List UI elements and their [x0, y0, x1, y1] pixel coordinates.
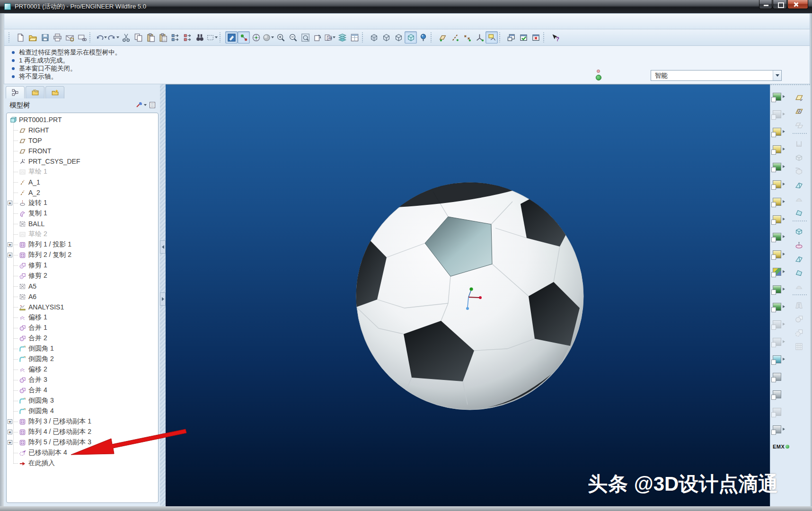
activate-window-button[interactable]	[517, 31, 530, 44]
print-button[interactable]	[51, 31, 63, 44]
feature-tool-button[interactable]	[793, 220, 807, 223]
emx-bushing-icon[interactable]	[773, 126, 789, 137]
new-window-button[interactable]	[505, 31, 517, 44]
tree-item[interactable]: 复制 1	[7, 208, 158, 219]
menu-item[interactable]	[60, 19, 71, 24]
toolbar-button[interactable]	[499, 32, 503, 43]
cut-button[interactable]	[120, 31, 132, 44]
redo-button[interactable]	[107, 31, 120, 44]
panel-splitter[interactable]	[160, 84, 166, 506]
emx-bom-icon[interactable]	[773, 371, 789, 382]
revolve-surface-tool[interactable]	[793, 239, 805, 251]
selection-filter-dropdown[interactable]: 智能	[651, 70, 782, 81]
blend-surface-tool[interactable]	[793, 267, 805, 278]
emx-cylinder-icon[interactable]	[773, 248, 789, 260]
extrude-tool[interactable]	[793, 138, 805, 150]
tab-favorites[interactable]	[45, 86, 64, 98]
tree-item[interactable]: A_1	[7, 177, 158, 187]
sweep-tool[interactable]	[793, 166, 805, 177]
emx-pocket-icon[interactable]	[773, 301, 789, 312]
datum-plane-display-toggle[interactable]	[436, 31, 449, 44]
tree-item[interactable]: A5	[7, 281, 158, 291]
repaint-button[interactable]	[225, 31, 238, 44]
expand-plus-icon[interactable]	[8, 440, 12, 445]
tree-item[interactable]: RIGHT	[7, 125, 158, 135]
tree-item[interactable]: PRT0001.PRT	[7, 115, 158, 125]
saved-views-button[interactable]	[324, 31, 336, 44]
toolbar-button[interactable]	[431, 32, 435, 43]
emx-plate-icon[interactable]	[773, 161, 789, 172]
no-hidden-button[interactable]	[392, 31, 405, 44]
emx-fitting-icon[interactable]	[773, 231, 789, 242]
tree-item[interactable]: ANALYSIS1	[7, 302, 158, 312]
dropdown-arrow-icon[interactable]	[116, 36, 119, 38]
new-file-button[interactable]	[14, 31, 26, 44]
tree-item[interactable]: 合并 4	[7, 385, 158, 396]
orient-mode-button[interactable]	[250, 31, 262, 44]
merge-tool[interactable]	[793, 313, 805, 325]
save-button[interactable]	[39, 31, 51, 44]
emx-ejector-pin-icon[interactable]	[773, 196, 789, 207]
feature-tool-button[interactable]	[793, 294, 807, 297]
tab-model-tree[interactable]	[6, 86, 25, 98]
3d-viewport[interactable]	[166, 84, 770, 506]
flyout-arrow-icon[interactable]	[783, 113, 785, 115]
reorient-button[interactable]	[311, 31, 324, 44]
tree-item[interactable]: 阵列 2 / 复制 2	[7, 250, 158, 260]
toolbar-button[interactable]	[9, 32, 13, 43]
toolbar-button[interactable]	[543, 32, 547, 43]
tree-item[interactable]: 已移动副本 4	[7, 448, 158, 458]
enhanced-realism-button[interactable]	[417, 31, 429, 44]
close-window-button[interactable]	[530, 31, 542, 44]
tab-folder-browser[interactable]	[26, 86, 44, 98]
toolbar-button[interactable]	[220, 32, 224, 43]
tree-item[interactable]: 阵列 3 / 已移动副本 1	[7, 416, 158, 427]
tree-item[interactable]: 旋转 1	[7, 198, 158, 208]
mirror-tool[interactable]	[793, 300, 805, 311]
view-manager-button[interactable]	[348, 31, 361, 44]
emx-logo-icon[interactable]: EMX	[773, 441, 789, 452]
splitter-collapse-right-button[interactable]	[160, 292, 166, 306]
flyout-arrow-icon[interactable]	[783, 253, 785, 256]
menu-item[interactable]	[71, 19, 81, 24]
emx-mold-base-icon[interactable]	[773, 108, 789, 120]
tree-columns-button[interactable]	[147, 100, 158, 110]
tree-item[interactable]: 在此插入	[7, 458, 158, 468]
splitter-collapse-left-button[interactable]	[160, 240, 166, 254]
flyout-arrow-icon[interactable]	[783, 218, 785, 220]
undo-button[interactable]	[95, 31, 107, 44]
menu-item[interactable]	[18, 19, 29, 24]
regenerate-button[interactable]	[169, 31, 181, 44]
flyout-arrow-icon[interactable]	[783, 130, 785, 133]
emx-screw-icon[interactable]	[773, 143, 789, 155]
email-button[interactable]	[63, 31, 76, 44]
tree-item[interactable]: 倒圆角 1	[7, 344, 158, 354]
tree-item[interactable]: 草绘 1	[7, 167, 158, 177]
tree-item[interactable]: 修剪 1	[7, 260, 158, 271]
menu-item[interactable]	[50, 19, 60, 24]
spin-center-button[interactable]	[238, 31, 250, 44]
flyout-arrow-icon[interactable]	[783, 200, 785, 203]
revolve-tool[interactable]	[793, 152, 805, 163]
tree-item[interactable]: 合并 3	[7, 375, 158, 385]
context-help-button[interactable]	[549, 31, 561, 44]
dropdown-arrow-icon[interactable]	[271, 36, 274, 38]
menu-item[interactable]	[39, 19, 50, 24]
expand-plus-icon[interactable]	[8, 201, 12, 205]
tree-item[interactable]: 合并 2	[7, 333, 158, 344]
model-links-button[interactable]	[76, 31, 88, 44]
paste-button[interactable]	[144, 31, 157, 44]
paste-special-button[interactable]	[157, 31, 169, 44]
wireframe-button[interactable]	[368, 31, 380, 44]
style-tool[interactable]	[793, 193, 805, 204]
zoom-out-button[interactable]	[287, 31, 299, 44]
menu-item[interactable]	[102, 19, 112, 24]
tree-item[interactable]: 阵列 4 / 已移动副本 2	[7, 427, 158, 437]
sketch-tool[interactable]	[793, 106, 805, 117]
emx-measure-icon[interactable]	[773, 423, 789, 435]
tree-item[interactable]: A_2	[7, 187, 158, 198]
flyout-arrow-icon[interactable]	[783, 270, 785, 273]
emx-pattern-plate-icon[interactable]	[773, 318, 789, 330]
feature-tool-button[interactable]	[793, 133, 807, 136]
render-style-button[interactable]	[262, 31, 274, 44]
